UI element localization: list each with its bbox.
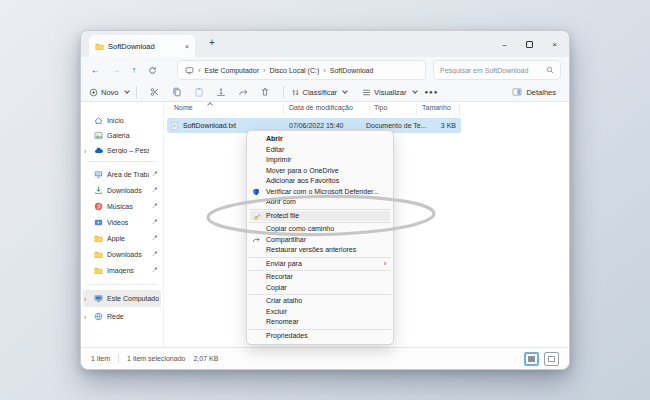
folder-icon (94, 234, 103, 243)
expand-chevron-icon[interactable]: › (84, 313, 86, 320)
sidebar-item-label: Início (107, 117, 124, 124)
details-pane-button[interactable]: Detalhes (507, 85, 561, 99)
details-view-toggle[interactable] (524, 352, 539, 366)
forward-button[interactable]: → (112, 65, 121, 75)
sort-button[interactable]: Classificar (291, 88, 348, 97)
expand-chevron-icon[interactable]: › (84, 147, 86, 154)
share-button[interactable] (232, 87, 254, 97)
toolbar-divider (283, 86, 284, 98)
file-type: Documento de Te... (366, 122, 427, 129)
column-divider[interactable] (283, 104, 284, 115)
tab-close-icon[interactable]: × (185, 43, 189, 50)
menu-divider (249, 329, 391, 330)
menu-divider (249, 294, 391, 295)
sidebar-item-label: Videos (107, 219, 128, 226)
menu-item-editar[interactable]: Editar (247, 145, 393, 156)
rename-button[interactable] (210, 87, 232, 97)
view-toggles (524, 352, 559, 366)
menu-item-label: Enviar para (266, 260, 302, 267)
new-tab-button[interactable]: + (205, 37, 219, 48)
breadcrumb-item-este-computador[interactable]: Este Computador (205, 67, 259, 74)
column-divider[interactable] (416, 104, 417, 115)
status-bar: 1 item 1 item selecionado 2,07 KB (81, 347, 569, 369)
command-toolbar: Novo Cla (81, 83, 569, 102)
menu-item-excluir[interactable]: Excluir (247, 307, 393, 318)
sidebar-item-onedrive[interactable]: › Sergio – Pessoal (81, 143, 163, 158)
up-button[interactable]: ↑ (132, 65, 136, 75)
menu-item-imprimir[interactable]: Imprimir (247, 155, 393, 166)
folder-icon (94, 250, 103, 259)
expand-chevron-icon[interactable]: › (84, 295, 86, 302)
minimize-button[interactable]: – (492, 31, 517, 57)
tab-softdownload[interactable]: SoftDownload × (89, 35, 195, 57)
download-icon (94, 186, 103, 195)
breadcrumb[interactable]: › Este Computador › Disco Local (C:) › S… (177, 60, 426, 80)
cut-icon (150, 87, 160, 97)
paste-button[interactable] (188, 87, 210, 97)
pin-icon (152, 171, 158, 178)
new-circle-plus-icon (89, 88, 98, 97)
sidebar-item-downloads-folder[interactable]: Downloads (81, 246, 163, 262)
menu-item-enviar-para[interactable]: Enviar para › (247, 259, 393, 270)
breadcrumb-separator: › (263, 66, 266, 75)
sidebar-item-videos[interactable]: Videos (81, 214, 163, 230)
search-input[interactable] (440, 67, 546, 74)
sidebar-item-label: Rede (107, 313, 124, 320)
menu-item-renomear[interactable]: Renomear (247, 317, 393, 328)
icons-view-icon (548, 356, 555, 362)
menu-item-copiar[interactable]: Copiar (247, 283, 393, 294)
menu-item-mover-onedrive[interactable]: Mover para o OneDrive (247, 166, 393, 177)
home-icon (94, 116, 103, 125)
menu-item-criar-atalho[interactable]: Criar atalho (247, 296, 393, 307)
back-button[interactable]: ← (91, 65, 100, 75)
icons-view-toggle[interactable] (544, 352, 559, 366)
annotation-ellipse (204, 191, 439, 241)
cut-button[interactable] (144, 87, 166, 97)
sidebar-item-imagens[interactable]: Imagens (81, 262, 163, 278)
view-button[interactable]: Visualizar (362, 88, 416, 97)
menu-item-adicionar-favoritos[interactable]: Adicionar aos Favoritos (247, 176, 393, 187)
menu-item-propriedades[interactable]: Propriedades (247, 331, 393, 342)
sidebar-item-apple[interactable]: Apple (81, 230, 163, 246)
sidebar-item-rede[interactable]: › Rede (81, 308, 163, 325)
video-icon (94, 218, 103, 227)
refresh-button[interactable] (148, 66, 157, 75)
breadcrumb-item-softdownload[interactable]: SoftDownload (330, 67, 374, 74)
sidebar-item-downloads[interactable]: Downloads (81, 182, 163, 198)
new-button[interactable]: Novo (89, 88, 129, 97)
more-options-button[interactable]: ●●● (425, 89, 439, 95)
menu-divider (249, 257, 391, 258)
tab-bar: SoftDownload × + – × (81, 31, 569, 57)
item-count: 1 item (91, 355, 110, 362)
column-header-tamanho[interactable]: Tamanho (422, 104, 451, 111)
menu-item-recortar[interactable]: Recortar (247, 272, 393, 283)
file-name: SoftDownload.txt (183, 122, 236, 129)
menu-item-abrir[interactable]: Abrir (247, 134, 393, 145)
submenu-arrow-icon: › (384, 259, 386, 270)
status-divider (118, 354, 119, 363)
column-header-tipo[interactable]: Tipo (374, 104, 387, 111)
column-header-data[interactable]: Data de modificação (289, 104, 353, 111)
sidebar-item-label: Sergio – Pessoal (107, 147, 149, 154)
desktop-background: SoftDownload × + – × ← → ↑ (0, 0, 650, 400)
search-icon (546, 66, 554, 74)
file-date: 07/06/2022 15:40 (289, 122, 344, 129)
sidebar-item-musicas[interactable]: Músicas (81, 198, 163, 214)
column-divider[interactable] (459, 104, 460, 115)
copy-button[interactable] (166, 87, 188, 97)
sidebar-item-este-computador[interactable]: › Este Computador (83, 290, 161, 307)
close-button[interactable]: × (542, 31, 567, 57)
menu-item-restaurar-versoes[interactable]: Restaurar versões anteriores (247, 245, 393, 256)
search-box[interactable] (433, 60, 561, 80)
sidebar-item-galeria[interactable]: Galeria (81, 128, 163, 143)
details-pane-label: Detalhes (526, 88, 556, 97)
sidebar-item-area-de-trabalho[interactable]: Área de Trabalho (81, 166, 163, 182)
delete-button[interactable] (254, 87, 276, 97)
column-header-nome[interactable]: Nome (174, 104, 193, 111)
details-pane-icon (512, 87, 522, 97)
column-divider[interactable] (369, 104, 370, 115)
maximize-button[interactable] (517, 31, 542, 57)
file-size: 3 KB (441, 122, 456, 129)
breadcrumb-item-disco-local[interactable]: Disco Local (C:) (269, 67, 319, 74)
sidebar-item-inicio[interactable]: Início (81, 113, 163, 128)
